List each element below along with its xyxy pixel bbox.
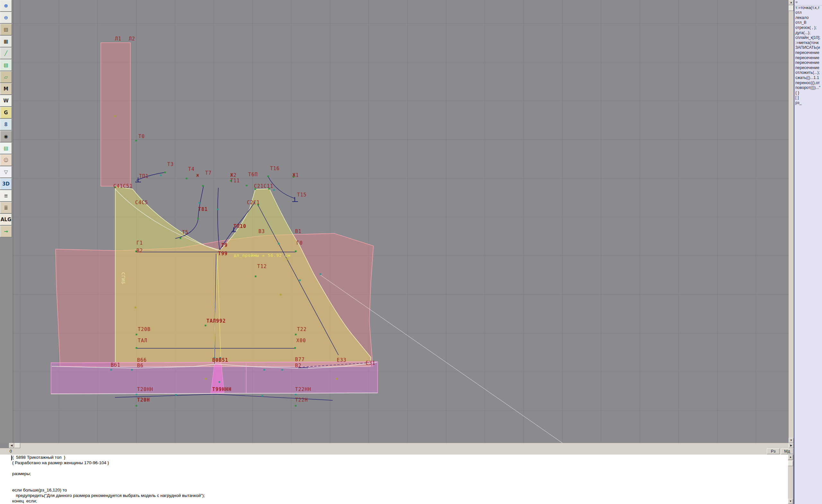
pattern-point[interactable] (135, 140, 137, 141)
point-label[interactable]: Х00 (296, 338, 306, 344)
pattern-point[interactable] (114, 115, 116, 117)
point-label[interactable]: В77 (295, 357, 305, 363)
strap-piece[interactable] (101, 43, 130, 186)
point-label[interactable]: Т20В (138, 327, 150, 332)
command-item[interactable]: т:=точка(т.х,т (794, 5, 822, 11)
command-item[interactable]: пересечение (794, 50, 822, 55)
canvas-hscrollbar[interactable]: ◀ ▶ (9, 443, 794, 448)
garment-sketch-icon[interactable]: ▽ (0, 166, 12, 178)
m-letter-icon[interactable]: M (0, 83, 12, 95)
point-label[interactable]: Т6П (248, 172, 258, 177)
command-item[interactable]: { } (794, 90, 822, 96)
command-item[interactable]: перенос((),от (794, 81, 822, 86)
command-item[interactable]: :=метка(точк (794, 40, 822, 46)
point-label[interactable]: Т20Н (137, 397, 150, 403)
point-label[interactable]: В3 (259, 228, 265, 234)
pattern-point[interactable] (273, 189, 275, 191)
pattern-drawing[interactable]: Л1Л2Т0Т3Т4жТ7Ж2Т6ПТ16Ж1Т11ТП1С41С51С21С1… (13, 0, 789, 443)
pattern-point[interactable] (131, 369, 133, 371)
editor-scroll-thumb[interactable] (788, 461, 793, 466)
pattern-point[interactable] (280, 294, 282, 296)
drawing-canvas[interactable]: Л1Л2Т0Т3Т4жТ7Ж2Т6ПТ16Ж1Т11ТП1С41С51С21С1… (13, 0, 789, 443)
pattern-point[interactable] (255, 276, 257, 278)
pattern-point[interactable] (186, 178, 187, 179)
pattern-point[interactable] (175, 394, 177, 396)
point-label[interactable]: Т22НН (295, 387, 311, 392)
point-label[interactable]: Т5 (182, 229, 188, 235)
point-label[interactable]: Т3 (167, 161, 174, 167)
pattern-point[interactable] (262, 395, 263, 397)
point-label[interactable]: Г0 (296, 240, 303, 246)
scroll-left-icon[interactable]: ◀ (9, 443, 14, 448)
point-label[interactable]: СГИБ (121, 272, 126, 285)
point-label[interactable]: В0В51 (212, 357, 228, 363)
scroll-down-icon[interactable]: ▼ (789, 438, 794, 443)
g-letter-icon[interactable]: G (0, 107, 12, 118)
pattern-point[interactable] (110, 369, 112, 371)
pattern-point[interactable] (136, 394, 137, 396)
canvas-vscrollbar[interactable]: ▲ ▼ (789, 0, 794, 443)
books-icon[interactable]: ≣ (0, 202, 12, 213)
point-label[interactable]: Т99 (218, 251, 228, 257)
pattern-point[interactable] (336, 378, 338, 380)
point-label[interactable]: Т12 (257, 264, 267, 269)
pattern-point[interactable] (205, 325, 207, 327)
command-item[interactable]: ЗАПИСАТЬ(и (794, 45, 822, 50)
image-icon[interactable]: ▧ (0, 59, 12, 71)
point-label[interactable]: Т99ННН (212, 387, 232, 392)
command-item[interactable]: сжать(()...1.1 (794, 75, 822, 81)
pattern-point[interactable] (295, 334, 297, 336)
pattern-preview-icon[interactable]: ▧ (0, 24, 12, 35)
command-item[interactable]: пересечение (794, 55, 822, 61)
pattern-point[interactable] (295, 347, 296, 349)
point-label[interactable]: Т4 (188, 166, 194, 172)
pattern-point[interactable] (295, 394, 297, 396)
point-label[interactable]: ж (196, 172, 199, 178)
rz-button[interactable]: Рз (767, 449, 780, 454)
point-label[interactable]: ТП1 (139, 173, 149, 179)
pattern-point[interactable] (299, 280, 301, 281)
compass-icon[interactable]: W (0, 95, 12, 107)
point-label[interactable]: Т7 (205, 170, 212, 176)
camera-icon[interactable]: ◉ (0, 131, 12, 142)
portrait-icon[interactable]: ☺ (0, 154, 12, 166)
scroll-up-icon[interactable]: ▲ (789, 0, 794, 5)
point-label[interactable]: Т15 (297, 192, 307, 198)
pattern-point[interactable] (246, 185, 248, 186)
scroll-right-icon[interactable]: ▶ (789, 443, 794, 448)
table-chart-icon[interactable]: ▤ (0, 142, 12, 154)
point-label[interactable]: Т22Н (295, 397, 308, 403)
pattern-point[interactable] (268, 175, 269, 177)
point-label[interactable]: С4С5 (135, 200, 148, 205)
notes-icon[interactable]: ≡ (0, 190, 12, 201)
command-item[interactable]: дуга(...); (794, 30, 822, 36)
command-item[interactable]: = (794, 0, 822, 5)
point-label[interactable]: Т9 (221, 242, 228, 248)
zoom-in-icon[interactable]: ⊕ (0, 0, 12, 12)
pattern-point[interactable] (219, 381, 220, 383)
export-tool-icon[interactable]: → (0, 226, 12, 237)
point-label[interactable]: В1 (295, 228, 302, 234)
point-label[interactable]: Е31 (366, 360, 375, 366)
point-label[interactable]: дл_проймы = 56.92 см (234, 253, 291, 258)
pattern-point[interactable] (205, 378, 207, 380)
vscroll-thumb[interactable] (789, 5, 794, 11)
pattern-piece-icon[interactable]: ▱ (0, 71, 12, 83)
alg-icon[interactable]: ALG (0, 214, 12, 225)
pattern-point[interactable] (136, 347, 137, 349)
command-item[interactable]: отл (794, 10, 822, 15)
md-button[interactable]: Мд (781, 449, 793, 454)
point-label[interactable]: В2 (136, 248, 143, 254)
point-label[interactable]: Т0 (138, 133, 145, 139)
point-label[interactable]: В6 (137, 363, 143, 369)
point-label[interactable]: Т81 (198, 206, 208, 212)
point-label[interactable]: ТП10 (234, 223, 246, 229)
pattern-point[interactable] (197, 218, 199, 219)
editor-scroll-up-icon[interactable]: ▲ (788, 455, 793, 460)
pattern-point[interactable] (320, 274, 321, 275)
pattern-point[interactable] (136, 405, 137, 407)
point-label[interactable]: Ж2 (230, 172, 237, 178)
grid-icon[interactable]: ▦ (0, 36, 12, 47)
pattern-point[interactable] (295, 251, 297, 252)
pattern-point[interactable] (136, 334, 137, 336)
